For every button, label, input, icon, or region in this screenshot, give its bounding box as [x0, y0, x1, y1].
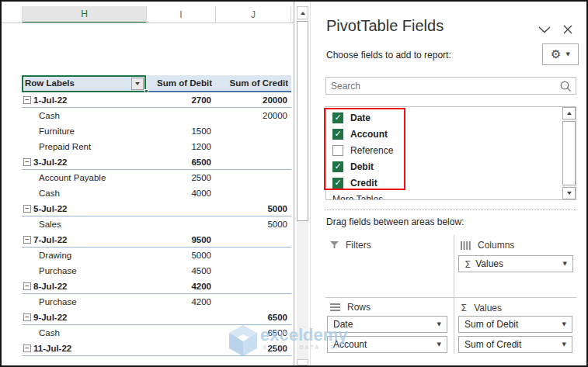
collapse-icon[interactable]: − — [23, 236, 31, 244]
dropdown-arrow-icon[interactable]: ▼ — [562, 321, 566, 327]
pivot-row[interactable]: −7-Jul-229500 — [22, 232, 291, 248]
sum-of-debit-header-cell[interactable]: Sum of Debit — [146, 75, 215, 91]
row-label-cell[interactable]: Furniture — [22, 123, 146, 139]
row-label-cell[interactable]: Cash — [22, 185, 146, 201]
credit-cell[interactable] — [215, 232, 291, 247]
collapse-icon[interactable]: − — [23, 313, 31, 321]
field-pill-date[interactable]: Date▼ — [327, 316, 447, 333]
tools-button[interactable]: ⚙ ▼ — [542, 43, 579, 65]
pivot-row[interactable]: Sales5000 — [22, 216, 291, 232]
credit-cell[interactable] — [215, 123, 291, 139]
field-item-date[interactable]: ✓Date — [326, 109, 576, 126]
scrollbar-thumb[interactable] — [297, 21, 308, 221]
credit-cell[interactable] — [215, 170, 291, 185]
collapse-icon[interactable]: − — [23, 282, 31, 290]
row-label-cell[interactable]: Account Payable — [22, 170, 146, 185]
debit-cell[interactable] — [146, 108, 215, 123]
pivot-row[interactable]: Prepaid Rent1200 — [22, 139, 291, 154]
row-label-cell[interactable]: Sales — [22, 216, 146, 232]
debit-cell[interactable] — [146, 201, 215, 216]
debit-cell[interactable]: 4200 — [146, 279, 215, 293]
dropdown-arrow-icon[interactable]: ▼ — [437, 341, 441, 348]
row-labels-filter-button[interactable] — [131, 78, 144, 90]
fill-handle[interactable] — [144, 89, 148, 93]
checked-checkbox[interactable]: ✓ — [332, 113, 343, 123]
credit-cell[interactable]: 20000 — [215, 92, 291, 107]
dropdown-arrow-icon[interactable]: ▼ — [437, 321, 441, 327]
credit-cell[interactable]: 5000 — [215, 201, 291, 216]
list-scroll-up-button[interactable] — [562, 107, 576, 119]
pivot-row[interactable]: Cash6500 — [22, 325, 291, 341]
column-header-H[interactable]: H — [22, 6, 146, 23]
debit-cell[interactable]: 1200 — [146, 139, 215, 154]
pivot-row[interactable]: Purchase4500 — [22, 263, 291, 279]
debit-cell[interactable] — [146, 310, 215, 324]
field-pill-sum-of-credit[interactable]: Sum of Credit▼ — [458, 336, 572, 353]
pivot-row[interactable]: Purchase4200 — [22, 294, 291, 310]
pivot-row[interactable]: −1-Jul-22270020000 — [22, 92, 291, 108]
credit-cell[interactable] — [215, 248, 291, 263]
debit-cell[interactable]: 4500 — [146, 263, 215, 279]
collapse-icon[interactable]: − — [23, 344, 31, 352]
checked-checkbox[interactable]: ✓ — [332, 161, 343, 172]
checked-checkbox[interactable]: ✓ — [332, 129, 343, 140]
pivot-row[interactable]: Cash4000 — [22, 185, 291, 201]
rows-area[interactable]: Date▼Account▼ — [327, 316, 447, 353]
pivot-row[interactable]: Cash20000 — [22, 108, 291, 123]
worksheet-vertical-scrollbar[interactable] — [297, 6, 308, 365]
row-label-cell[interactable]: Cash — [22, 325, 146, 341]
collapse-icon[interactable]: − — [23, 205, 31, 213]
debit-cell[interactable] — [146, 341, 215, 355]
more-tables-link[interactable]: More Tables — [326, 191, 576, 200]
credit-cell[interactable]: 6500 — [215, 325, 291, 341]
collapse-icon[interactable]: − — [23, 96, 31, 104]
columns-area[interactable]: ΣValues▼ — [458, 255, 573, 272]
pivot-row[interactable]: −5-Jul-225000 — [22, 201, 291, 216]
field-item-credit[interactable]: ✓Credit — [326, 175, 576, 191]
row-label-cell[interactable]: −9-Jul-22 — [22, 310, 146, 324]
search-input[interactable] — [326, 81, 559, 92]
row-labels-header-cell[interactable]: Row Labels — [22, 75, 146, 91]
field-pill-sum-of-debit[interactable]: Sum of Debit▼ — [458, 316, 572, 333]
credit-cell[interactable] — [215, 139, 291, 154]
row-label-cell[interactable]: Purchase — [22, 263, 146, 279]
debit-cell[interactable]: 2500 — [146, 170, 215, 185]
credit-cell[interactable]: 6500 — [215, 310, 291, 324]
debit-cell[interactable]: 1500 — [146, 123, 215, 139]
row-label-cell[interactable]: −11-Jul-22 — [22, 341, 146, 355]
debit-cell[interactable]: 4200 — [146, 294, 215, 310]
credit-cell[interactable]: 2500 — [215, 341, 291, 355]
list-scroll-down-button[interactable] — [562, 187, 576, 199]
search-icon[interactable] — [559, 80, 572, 92]
pane-close-button[interactable] — [559, 23, 576, 36]
field-pill-values[interactable]: ΣValues▼ — [458, 255, 573, 272]
row-label-cell[interactable]: −3-Jul-22 — [22, 154, 146, 169]
dropdown-arrow-icon[interactable]: ▼ — [563, 261, 567, 267]
field-item-debit[interactable]: ✓Debit — [326, 158, 576, 175]
debit-cell[interactable] — [146, 216, 215, 232]
debit-cell[interactable]: 4000 — [146, 185, 215, 201]
collapse-icon[interactable]: − — [23, 158, 31, 166]
row-label-cell[interactable]: Drawing — [22, 248, 146, 263]
scroll-down-button[interactable] — [297, 359, 308, 365]
unchecked-checkbox[interactable] — [332, 145, 343, 156]
row-label-cell[interactable]: Purchase — [22, 294, 146, 310]
field-item-account[interactable]: ✓Account — [326, 126, 576, 142]
row-label-cell[interactable]: Prepaid Rent — [22, 139, 146, 154]
debit-cell[interactable]: 6500 — [146, 154, 215, 169]
row-label-cell[interactable]: Cash — [22, 108, 146, 123]
pivot-row[interactable]: Furniture1500 — [22, 123, 291, 139]
values-area[interactable]: Sum of Debit▼Sum of Credit▼ — [458, 316, 572, 353]
credit-cell[interactable] — [215, 294, 291, 310]
row-label-cell[interactable]: −7-Jul-22 — [22, 232, 146, 247]
credit-cell[interactable]: 5000 — [215, 216, 291, 232]
row-label-cell[interactable]: −8-Jul-22 — [22, 279, 146, 293]
credit-cell[interactable] — [215, 154, 291, 169]
credit-cell[interactable] — [215, 263, 291, 279]
sum-of-credit-header-cell[interactable]: Sum of Credit — [215, 75, 291, 91]
dropdown-arrow-icon[interactable]: ▼ — [562, 341, 566, 348]
debit-cell[interactable]: 5000 — [146, 248, 215, 263]
column-header-I[interactable]: I — [146, 6, 215, 23]
pane-options-button[interactable] — [536, 23, 553, 36]
pivot-row[interactable]: −11-Jul-222500 — [22, 341, 291, 356]
